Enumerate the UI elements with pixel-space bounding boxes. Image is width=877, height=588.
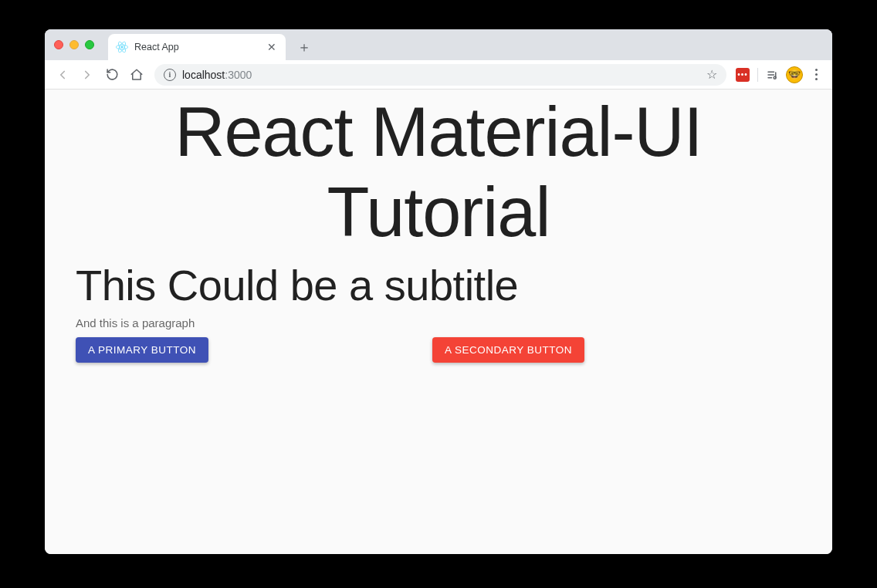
page-heading: React Material-UI Tutorial: [76, 93, 801, 252]
nav-back-button[interactable]: [51, 63, 74, 86]
tab-bar: React App ✕ ＋: [45, 29, 832, 60]
url-port: :3000: [225, 69, 252, 81]
nav-forward-button[interactable]: [76, 63, 99, 86]
browser-tab[interactable]: React App ✕: [108, 34, 286, 60]
nav-reload-button[interactable]: [100, 63, 124, 86]
react-favicon-icon: [116, 41, 128, 53]
toolbar-separator: [757, 68, 758, 82]
browser-window: React App ✕ ＋ i localhost:3000 ☆ •••: [45, 29, 832, 554]
new-tab-button[interactable]: ＋: [293, 36, 315, 58]
window-minimize-button[interactable]: [69, 40, 79, 49]
tab-title: React App: [134, 42, 179, 52]
url-host: localhost: [182, 69, 225, 81]
bookmark-star-icon[interactable]: ☆: [706, 67, 717, 82]
svg-point-0: [121, 46, 124, 49]
secondary-button[interactable]: A Secondary Button: [432, 337, 584, 363]
page-paragraph: And this is a paragraph: [76, 316, 801, 329]
nav-home-button[interactable]: [125, 63, 148, 86]
page-subtitle: This Could be a subtitle: [76, 260, 801, 310]
button-row: A Primary Button A Secondary Button: [76, 337, 801, 363]
primary-button[interactable]: A Primary Button: [76, 337, 208, 363]
address-bar[interactable]: i localhost:3000 ☆: [154, 64, 726, 86]
browser-toolbar: i localhost:3000 ☆ ••• 🤓: [45, 60, 832, 90]
page-viewport: React Material-UI Tutorial This Could be…: [45, 90, 832, 554]
site-info-icon[interactable]: i: [164, 69, 176, 81]
svg-point-7: [774, 76, 776, 79]
window-zoom-button[interactable]: [85, 40, 94, 49]
browser-menu-button[interactable]: [806, 65, 826, 85]
tab-close-icon[interactable]: ✕: [266, 41, 278, 53]
extension-lastpass-icon[interactable]: •••: [733, 65, 753, 85]
profile-avatar[interactable]: 🤓: [784, 65, 804, 85]
window-close-button[interactable]: [54, 40, 63, 49]
media-control-icon[interactable]: [763, 65, 783, 85]
window-controls: [54, 40, 94, 49]
